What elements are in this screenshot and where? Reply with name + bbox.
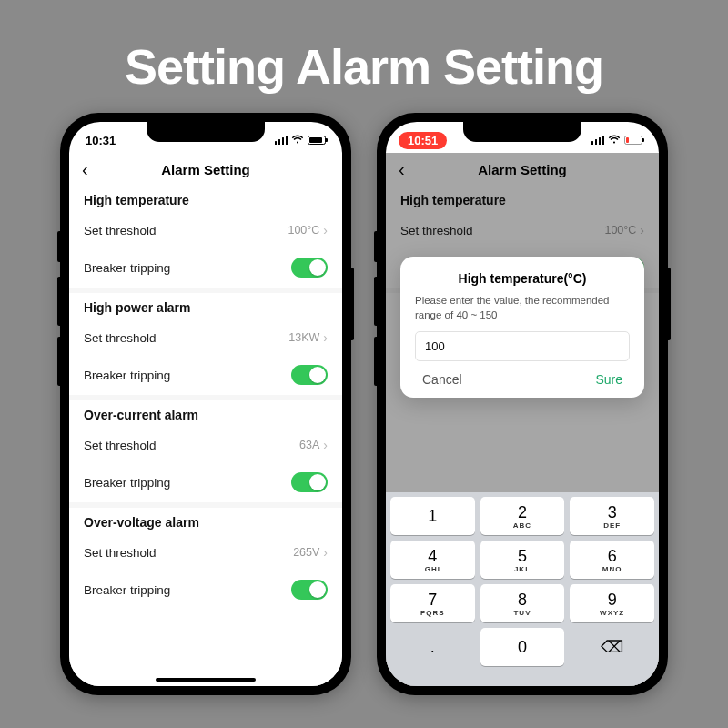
status-icons [275,134,327,147]
section-over-current: Over-current alarm [69,400,342,428]
key-9[interactable]: 9WXYZ [570,584,654,622]
back-button[interactable]: ‹ [82,160,88,178]
row-label: Breaker tripping [84,583,170,597]
battery-icon [624,136,642,145]
row-breaker: Breaker tripping [69,570,342,610]
row-threshold[interactable]: Set threshold 13KW› [69,320,342,355]
notch [463,122,581,142]
row-label: Set threshold [84,546,157,560]
status-icons [592,134,643,147]
screen-right: 10:51 ‹ Alarm Setting High temperature [386,122,659,686]
row-value: 100°C› [288,223,328,238]
section-high-temperature: High temperature [69,186,342,213]
chevron-right-icon: › [323,330,328,345]
row-label: Set threshold [84,331,157,345]
home-indicator[interactable] [156,678,256,682]
row-breaker: Breaker tripping [69,462,342,502]
status-time: 10:31 [86,134,116,147]
row-breaker: Breaker tripping [69,248,342,288]
chevron-right-icon: › [323,438,328,452]
hero-title: Setting Alarm Setting [0,0,728,113]
key-3[interactable]: 3DEF [570,497,654,535]
phone-right: 10:51 ‹ Alarm Setting High temperature [377,113,668,695]
dialog-title: High temperature(°C) [415,271,630,286]
wifi-icon [291,134,304,147]
row-threshold[interactable]: Set threshold 265V› [69,535,342,570]
wifi-icon [608,134,621,147]
key-dot[interactable]: . [390,628,475,666]
row-value: 265V› [293,545,328,560]
row-label: Breaker tripping [84,476,170,490]
key-backspace[interactable]: ⌫ [570,628,654,666]
row-label: Breaker tripping [84,261,170,275]
key-8[interactable]: 8TUV [480,584,565,622]
key-4[interactable]: 4GHI [390,541,475,579]
signal-icon [275,136,288,145]
row-value: 63A› [299,438,328,452]
high-temperature-dialog: High temperature(°C) Please enter the va… [400,257,644,398]
cancel-button[interactable]: Cancel [422,372,462,387]
key-1[interactable]: 1 [390,497,475,535]
sure-button[interactable]: Sure [595,372,622,387]
screen-left: 10:31 ‹ Alarm Setting High temperature S… [69,122,342,686]
phones-container: 10:31 ‹ Alarm Setting High temperature S… [0,113,728,695]
threshold-input[interactable] [415,331,630,361]
row-label: Breaker tripping [84,369,170,382]
toggle-switch[interactable] [291,365,328,385]
dialog-description: Please enter the value, the recommended … [415,293,630,322]
phone-left: 10:31 ‹ Alarm Setting High temperature S… [60,113,351,695]
key-6[interactable]: 6MNO [570,541,654,579]
settings-content: High temperature Set threshold 100°C› Br… [69,186,342,686]
key-2[interactable]: 2ABC [480,497,565,535]
numeric-keypad: 1 2ABC 3DEF 4GHI 5JKL 6MNO 7PQRS 8TUV 9W… [386,492,659,686]
toggle-switch[interactable] [291,580,328,600]
row-value: 13KW› [288,330,328,345]
toggle-switch[interactable] [291,472,328,492]
key-7[interactable]: 7PQRS [390,584,475,622]
row-label: Set threshold [84,224,157,238]
section-over-voltage: Over-voltage alarm [69,508,342,535]
key-5[interactable]: 5JKL [480,541,565,579]
chevron-right-icon: › [323,545,328,560]
signal-icon [592,136,605,145]
status-time-recording[interactable]: 10:51 [399,132,447,149]
row-threshold[interactable]: Set threshold 63A› [69,428,342,462]
row-label: Set threshold [84,439,157,452]
row-breaker: Breaker tripping [69,355,342,395]
row-threshold[interactable]: Set threshold 100°C› [69,213,342,248]
toggle-switch[interactable] [291,258,328,278]
page-title: Alarm Setting [161,162,250,177]
notch [147,122,265,142]
chevron-right-icon: › [323,223,328,238]
battery-icon [308,136,326,145]
key-0[interactable]: 0 [480,628,565,666]
section-high-power: High power alarm [69,293,342,320]
nav-header: ‹ Alarm Setting [69,153,342,186]
